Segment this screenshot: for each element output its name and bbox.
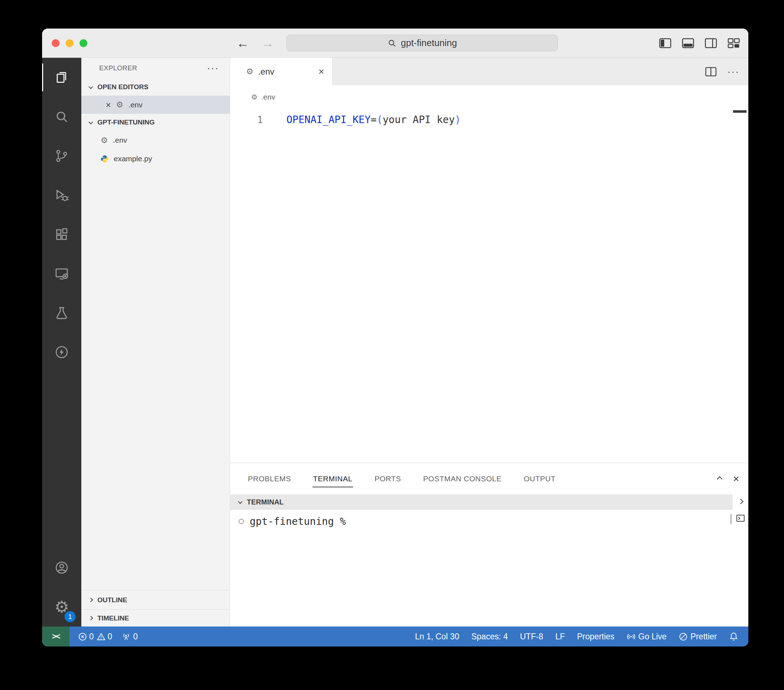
remote-indicator[interactable]: >< <box>42 627 69 647</box>
traffic-lights <box>42 39 87 47</box>
editor-tab-bar: ⚙ .env × ··· <box>230 58 748 85</box>
timeline-label: TIMELINE <box>97 614 129 622</box>
testing-flask-icon <box>54 305 69 320</box>
testing-activity-button[interactable] <box>42 293 81 332</box>
broadcast-icon <box>627 632 636 641</box>
eol-status[interactable]: LF <box>555 632 565 642</box>
code-line-1: 1 OPENAI_API_KEY=(your API key) <box>230 111 748 128</box>
warning-count: 0 <box>108 632 112 642</box>
open-editor-item-env[interactable]: × ⚙ .env <box>81 96 230 114</box>
code-token-key: OPENAI_API_KEY <box>287 114 371 125</box>
extensions-activity-button[interactable] <box>42 215 81 254</box>
close-window-button[interactable] <box>52 39 59 47</box>
gear-file-icon: ⚙ <box>100 136 108 145</box>
zoom-window-button[interactable] <box>79 39 87 47</box>
search-icon <box>54 109 69 124</box>
panel-actions: × <box>718 463 740 495</box>
prettier-status[interactable]: Prettier <box>679 632 717 642</box>
maximize-panel-icon[interactable] <box>717 476 723 482</box>
explorer-activity-button[interactable] <box>42 58 81 97</box>
indentation-status[interactable]: Spaces: 4 <box>471 632 507 642</box>
toggle-secondary-sidebar-icon[interactable] <box>705 38 717 48</box>
chevron-down-icon <box>89 119 93 124</box>
terminal-section-header[interactable]: TERMINAL <box>230 495 733 510</box>
run-debug-icon <box>54 188 69 203</box>
forwarded-ports-status[interactable]: 0 <box>122 632 138 642</box>
chevron-right-icon[interactable] <box>738 499 743 505</box>
chevron-right-icon <box>89 616 93 621</box>
tab-output[interactable]: OUTPUT <box>523 472 556 486</box>
open-terminal-editor-icon[interactable] <box>736 513 746 523</box>
code-editor[interactable]: 1 OPENAI_API_KEY=(your API key) <box>230 109 748 463</box>
accounts-activity-button[interactable] <box>42 548 81 587</box>
search-activity-button[interactable] <box>42 97 81 136</box>
go-live-status[interactable]: Go Live <box>627 632 667 642</box>
prettier-label: Prettier <box>690 632 717 642</box>
minimize-window-button[interactable] <box>66 39 74 47</box>
open-editors-section-header[interactable]: OPEN EDITORS <box>81 79 230 96</box>
sidebar-title: EXPLORER <box>99 64 137 72</box>
close-panel-icon[interactable]: × <box>733 474 740 484</box>
settings-activity-button[interactable]: ⚙ 1 <box>42 587 81 627</box>
forward-icon[interactable]: → <box>262 36 274 51</box>
language-mode-label: Properties <box>577 632 614 642</box>
terminal-scrollbar[interactable] <box>730 514 732 524</box>
eol-label: LF <box>555 632 565 642</box>
tab-ports[interactable]: PORTS <box>374 472 402 486</box>
file-item-env[interactable]: ⚙ .env <box>81 131 230 150</box>
workspace-section-header[interactable]: GPT-FINETUNING <box>81 114 230 131</box>
back-icon[interactable]: ← <box>237 36 249 51</box>
warning-icon <box>97 632 105 641</box>
status-bar-left: 0 0 0 <box>69 632 138 642</box>
breadcrumb[interactable]: ⚙ .env <box>230 85 748 109</box>
search-icon <box>387 38 397 48</box>
tab-terminal[interactable]: TERMINAL <box>313 472 353 486</box>
close-icon[interactable]: × <box>318 66 324 78</box>
command-decoration-icon[interactable] <box>239 519 244 524</box>
chevron-right-icon <box>89 598 93 602</box>
editor-more-actions-icon[interactable]: ··· <box>727 66 740 78</box>
command-center-search[interactable]: gpt-finetuning <box>287 35 558 51</box>
sidebar-more-actions-icon[interactable]: ··· <box>207 63 219 74</box>
activity-bar: ⚙ 1 <box>42 58 81 627</box>
search-label: gpt-finetuning <box>401 38 457 48</box>
gear-file-icon: ⚙ <box>116 101 124 109</box>
remote-icon: >< <box>52 632 60 641</box>
customize-layout-icon[interactable] <box>728 38 740 48</box>
outline-label: OUTLINE <box>97 596 127 604</box>
run-debug-activity-button[interactable] <box>42 175 81 215</box>
file-label: example.py <box>114 155 152 163</box>
remote-explorer-activity-button[interactable] <box>42 254 81 293</box>
status-bar-right: Ln 1, Col 30 Spaces: 4 UTF-8 LF Properti… <box>415 632 748 642</box>
file-item-example-py[interactable]: example.py <box>81 150 230 168</box>
terminal-prompt-text: gpt-finetuning % <box>250 515 346 527</box>
code-token-value: your API key <box>383 114 455 125</box>
tab-env[interactable]: ⚙ .env × <box>230 58 333 85</box>
error-count: 0 <box>89 632 94 642</box>
problems-status[interactable]: 0 0 <box>78 632 112 642</box>
files-icon <box>54 70 69 85</box>
tab-problems[interactable]: PROBLEMS <box>247 472 292 486</box>
layout-controls <box>659 28 740 58</box>
notifications-bell-icon[interactable] <box>729 632 738 641</box>
python-icon <box>100 155 109 163</box>
cursor-position-status[interactable]: Ln 1, Col 30 <box>415 632 459 642</box>
settings-badge: 1 <box>64 611 76 622</box>
split-editor-icon[interactable] <box>705 67 716 76</box>
toggle-primary-sidebar-icon[interactable] <box>659 38 671 48</box>
activity-bar-spacer <box>42 372 81 548</box>
timeline-section-header[interactable]: TIMELINE <box>81 609 230 627</box>
chevron-down-icon <box>238 500 242 504</box>
remote-explorer-icon <box>54 266 69 281</box>
outline-section-header[interactable]: OUTLINE <box>81 590 230 609</box>
tab-postman-console[interactable]: POSTMAN CONSOLE <box>422 472 502 486</box>
close-icon[interactable]: × <box>105 100 111 109</box>
editor-group: ⚙ .env × ··· ⚙ .env 1 OPENAI_API_KE <box>230 58 748 627</box>
source-control-activity-button[interactable] <box>42 136 81 175</box>
encoding-status[interactable]: UTF-8 <box>520 632 543 642</box>
overview-ruler-cursor-mark <box>733 110 746 113</box>
toggle-panel-icon[interactable] <box>682 38 694 48</box>
language-mode-status[interactable]: Properties <box>577 632 614 642</box>
thunder-client-activity-button[interactable] <box>42 332 81 372</box>
terminal-content[interactable]: gpt-finetuning % <box>230 510 733 627</box>
